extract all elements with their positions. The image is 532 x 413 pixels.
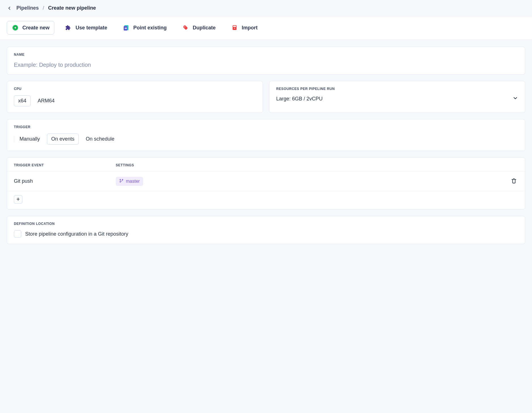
tab-label: Import xyxy=(242,25,258,31)
cpu-option-x64[interactable]: x64 xyxy=(14,95,31,106)
tab-label: Create new xyxy=(22,25,50,31)
cpu-panel: CPU x64 ARM64 xyxy=(7,81,263,113)
plus-circle-icon xyxy=(12,24,19,31)
branch-chip[interactable]: master xyxy=(116,177,143,186)
name-label: NAME xyxy=(14,53,518,57)
trigger-panel: TRIGGER Manually On events On schedule xyxy=(7,119,525,151)
pipeline-name-input[interactable] xyxy=(14,62,518,68)
file-arrow-icon xyxy=(123,24,130,31)
tab-point-existing[interactable]: Point existing xyxy=(118,21,171,35)
tab-label: Duplicate xyxy=(193,25,216,31)
trigger-option-manually[interactable]: Manually xyxy=(15,134,44,145)
tag-icon xyxy=(182,24,189,31)
cpu-label: CPU xyxy=(14,87,256,91)
segment-divider xyxy=(14,136,14,143)
resources-panel: RESOURCES PER PIPELINE RUN Large: 6GB / … xyxy=(269,81,525,113)
trigger-settings-header: SETTINGS xyxy=(116,163,134,167)
breadcrumb-current: Create new pipeline xyxy=(48,5,96,11)
box-import-icon xyxy=(231,24,238,31)
tab-label: Use template xyxy=(76,25,107,31)
trigger-option-on-events[interactable]: On events xyxy=(47,134,79,145)
trigger-event-name: Git push xyxy=(14,178,116,184)
store-config-checkbox[interactable] xyxy=(14,230,21,238)
trigger-event-header: TRIGGER EVENT xyxy=(14,163,116,167)
trigger-segmented-control: Manually On events On schedule xyxy=(14,134,518,145)
cpu-option-arm64[interactable]: ARM64 xyxy=(33,95,59,106)
git-branch-icon xyxy=(119,178,124,184)
definition-location-panel: DEFINITION LOCATION Store pipeline confi… xyxy=(7,216,525,244)
tab-create-new[interactable]: Create new xyxy=(7,21,54,35)
store-config-label: Store pipeline configuration in a Git re… xyxy=(25,231,128,237)
definition-location-label: DEFINITION LOCATION xyxy=(14,222,518,226)
tab-duplicate[interactable]: Duplicate xyxy=(177,21,220,35)
delete-trigger-button[interactable] xyxy=(510,177,518,186)
resources-label: RESOURCES PER PIPELINE RUN xyxy=(276,87,518,91)
resources-value: Large: 6GB / 2vCPU xyxy=(276,96,323,102)
resources-select[interactable]: Large: 6GB / 2vCPU xyxy=(276,95,518,102)
trigger-events-panel: TRIGGER EVENT SETTINGS Git push master xyxy=(7,157,525,210)
page-header: Pipelines / Create new pipeline xyxy=(0,0,532,16)
plus-icon xyxy=(16,196,20,203)
chevron-down-icon xyxy=(512,95,518,102)
breadcrumb: Pipelines / Create new pipeline xyxy=(16,5,96,11)
form-content: NAME CPU x64 ARM64 RESOURCES PER PIPELIN… xyxy=(0,40,532,251)
tab-label: Point existing xyxy=(133,25,167,31)
name-panel: NAME xyxy=(7,47,525,75)
trigger-option-on-schedule[interactable]: On schedule xyxy=(81,134,119,145)
branch-chip-label: master xyxy=(126,179,140,184)
puzzle-icon xyxy=(65,24,72,31)
svg-point-4 xyxy=(185,26,185,27)
svg-rect-6 xyxy=(234,28,235,29)
back-button[interactable] xyxy=(7,6,12,11)
trigger-label: TRIGGER xyxy=(14,125,518,129)
breadcrumb-parent-link[interactable]: Pipelines xyxy=(16,5,39,11)
add-trigger-event-button[interactable] xyxy=(14,195,22,204)
trash-icon xyxy=(511,180,517,185)
tab-use-template[interactable]: Use template xyxy=(60,21,112,35)
creation-mode-tabs: Create new Use template Point existing D… xyxy=(0,16,532,40)
cpu-segmented-control: x64 ARM64 xyxy=(14,95,256,106)
trigger-event-row[interactable]: Git push master xyxy=(7,171,525,191)
tab-import[interactable]: Import xyxy=(226,21,262,35)
breadcrumb-separator: / xyxy=(43,5,44,11)
